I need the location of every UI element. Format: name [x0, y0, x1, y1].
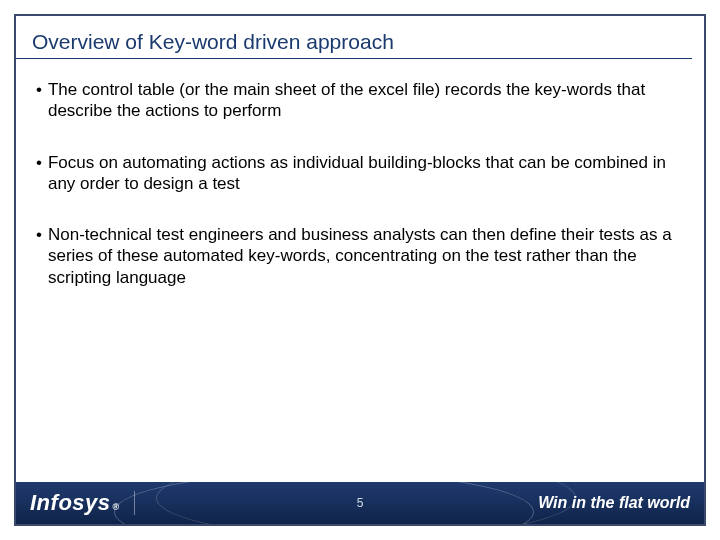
decoration-arc	[156, 482, 576, 524]
bullet-list: • The control table (or the main sheet o…	[36, 79, 672, 288]
bullet-text: Focus on automating actions as individua…	[48, 152, 672, 195]
decoration-arc	[114, 482, 534, 524]
bullet-text: The control table (or the main sheet of …	[48, 79, 672, 122]
title-area: Overview of Key-word driven approach	[16, 16, 704, 65]
content-frame: Overview of Key-word driven approach • T…	[14, 14, 706, 526]
registered-mark-icon: ®	[113, 502, 120, 512]
list-item: • Non-technical test engineers and busin…	[36, 224, 672, 288]
footer-tagline: Win in the flat world	[538, 494, 690, 512]
bullet-text: Non-technical test engineers and busines…	[48, 224, 672, 288]
title-underline	[16, 58, 692, 59]
divider	[134, 491, 135, 515]
slide-title: Overview of Key-word driven approach	[32, 30, 688, 54]
bullet-icon: •	[36, 152, 42, 195]
bullet-icon: •	[36, 224, 42, 288]
brand-text: Infosys	[30, 490, 111, 516]
brand-logo: Infosys ®	[16, 490, 120, 516]
bullet-icon: •	[36, 79, 42, 122]
list-item: • Focus on automating actions as individ…	[36, 152, 672, 195]
list-item: • The control table (or the main sheet o…	[36, 79, 672, 122]
footer-bar: Infosys ® 5 Win in the flat world	[16, 482, 704, 524]
footer-left: Infosys ®	[16, 482, 135, 524]
body-area: • The control table (or the main sheet o…	[16, 65, 704, 328]
slide: Overview of Key-word driven approach • T…	[0, 0, 720, 540]
